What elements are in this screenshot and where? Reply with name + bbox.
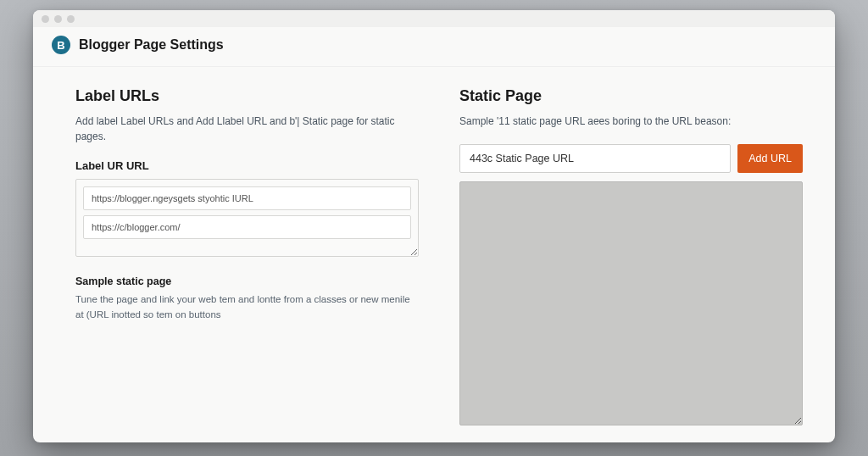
app-window: B Blogger Page Settings Label URLs Add l…	[33, 10, 835, 442]
static-page-description: Sample '11 static page URL aees boring t…	[459, 114, 803, 129]
add-url-button[interactable]: Add URL	[737, 144, 803, 173]
content-area: Label URLs Add label Label URLs and Add …	[33, 67, 835, 442]
label-urls-heading: Label URLs	[75, 87, 419, 105]
left-column: Label URLs Add label Label URLs and Add …	[75, 87, 419, 425]
static-page-url-input[interactable]	[459, 144, 731, 173]
static-page-url-row: Add URL	[459, 144, 803, 173]
page-header: B Blogger Page Settings	[33, 27, 835, 67]
window-minimize-dot[interactable]	[54, 15, 62, 23]
label-urls-description: Add label Label URLs and Add Llabel URL …	[75, 114, 419, 144]
sample-static-page-heading: Sample static page	[75, 275, 419, 287]
blogger-logo-icon: B	[52, 36, 70, 54]
label-url-list[interactable]	[75, 179, 419, 257]
static-page-content-area[interactable]	[459, 181, 803, 425]
right-column: Static Page Sample '11 static page URL a…	[459, 87, 803, 425]
window-titlebar	[33, 10, 835, 27]
window-zoom-dot[interactable]	[67, 15, 75, 23]
label-url-field-label: Label UR URL	[75, 159, 419, 172]
label-url-input-1[interactable]	[83, 186, 411, 210]
static-page-heading: Static Page	[459, 87, 803, 105]
page-title: Blogger Page Settings	[79, 37, 224, 53]
window-close-dot[interactable]	[42, 15, 49, 23]
label-url-input-2[interactable]	[83, 215, 411, 239]
sample-static-page-description: Tune the page and link your web tem and …	[75, 292, 419, 323]
